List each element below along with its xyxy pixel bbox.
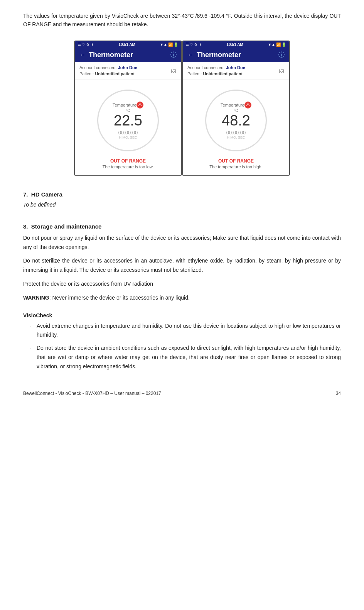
section8-heading: 8. Storage and maintenance [23, 223, 341, 230]
left-status-icons-left: ☰ ♡ ✿ 🌡 [78, 42, 94, 46]
right-out-of-range: OUT OF RANGE [218, 158, 254, 164]
section7-title: HD Camera [31, 191, 62, 198]
left-time-text: 10:51 AM [118, 42, 135, 47]
right-status-icon1: ☰ [186, 42, 189, 46]
bullet-list: Avoid extreme changes in temperature and… [37, 322, 341, 371]
right-time-text: 10:51 AM [226, 42, 243, 47]
section8-title: Storage and maintenance [31, 223, 102, 230]
right-screenshot: ☰ ♡ ✿ 🌡 10:51 AM ▼▲ 📶 🔋 ← Thermometer ⓘ [182, 41, 290, 176]
right-status-icon2: ♡ [190, 42, 193, 46]
section7-number: 7. [23, 191, 28, 198]
page-number: 34 [336, 391, 341, 396]
left-gauge-circle: Temperature ⚠ °C 22.5 00:00:00 H MO. SEC [97, 90, 159, 151]
left-wifi-icon: 📶 [168, 42, 173, 47]
right-signal-icon: ▼▲ [268, 42, 275, 47]
right-header-title: Thermometer [197, 51, 241, 59]
left-out-of-range-desc: The temperature is too low. [103, 164, 154, 169]
right-patient-label: Patient: [187, 71, 202, 76]
left-warning-icon: ⚠ [136, 102, 143, 108]
section8-para2: Do not sterilize the device or its acces… [23, 256, 341, 275]
right-status-time: 10:51 AM [226, 42, 243, 47]
section7-content: To be defined [23, 202, 341, 208]
left-patient-name: Unidentified patient [95, 71, 135, 76]
left-thermometer-status-icon: 🌡 [91, 42, 94, 46]
section7-heading: 7. HD Camera [23, 191, 341, 198]
right-gauge-circle: Temperature ⚠ °C 48.2 00:00:00 H MO. SEC [205, 90, 267, 151]
right-account-label: Account connected: [187, 65, 225, 70]
right-info-icon[interactable]: ⓘ [278, 51, 285, 59]
right-status-network: ▼▲ 📶 🔋 [268, 42, 286, 47]
right-wifi-icon: 📶 [276, 42, 281, 47]
left-back-arrow-icon[interactable]: ← [79, 51, 86, 58]
right-status-icons-left: ☰ ♡ ✿ 🌡 [186, 42, 202, 46]
list-item-0: Avoid extreme changes in temperature and… [37, 322, 341, 340]
right-account-name: John Doe [226, 65, 245, 70]
left-status-icon2: ♡ [82, 42, 85, 46]
left-folder-icon[interactable]: 🗂 [170, 67, 177, 74]
left-time-value: 00:00:00 [118, 130, 138, 136]
left-screenshot: ☰ ♡ ✿ 🌡 10:51 AM ▼▲ 📶 🔋 ← Thermometer ⓘ [74, 41, 182, 176]
right-gauge: Temperature ⚠ °C 48.2 00:00:00 H MO. SEC [205, 90, 267, 151]
right-back-arrow-icon[interactable]: ← [187, 51, 194, 58]
right-header: ← Thermometer ⓘ [183, 48, 289, 62]
right-time-format: H MO. SEC [227, 136, 245, 139]
right-temp-label: Temperature [221, 103, 244, 107]
left-account-line: Account connected: John Doe [79, 64, 137, 71]
right-time-value: 00:00:00 [226, 130, 246, 136]
right-account-text: Account connected: John Doe Patient: Uni… [187, 64, 245, 77]
right-temp-label-row: Temperature ⚠ [221, 102, 251, 108]
left-temp-label-row: Temperature ⚠ [113, 102, 143, 108]
left-signal-icon: ▼▲ [160, 42, 167, 47]
right-warning-icon: ⚠ [244, 102, 251, 108]
right-patient-name: Unidentified patient [203, 71, 243, 76]
right-patient-line: Patient: Unidentified patient [187, 71, 245, 77]
left-header-left: ← Thermometer [79, 51, 133, 59]
left-patient-line: Patient: Unidentified patient [79, 71, 137, 77]
right-temp-value: 48.2 [222, 113, 250, 129]
right-status-bar: ☰ ♡ ✿ 🌡 10:51 AM ▼▲ 📶 🔋 [183, 41, 289, 48]
left-info-icon[interactable]: ⓘ [170, 51, 177, 59]
left-account-name: John Doe [118, 65, 137, 70]
right-folder-icon[interactable]: 🗂 [278, 67, 285, 74]
left-header-title: Thermometer [89, 51, 133, 59]
left-status-time: 10:51 AM [118, 42, 135, 47]
section8-warning: WARNING: Never immerse the device or its… [23, 293, 341, 303]
footer: BewellConnect - VisioCheck - BW-X07HD – … [23, 387, 341, 396]
footer-text: BewellConnect - VisioCheck - BW-X07HD – … [23, 391, 161, 396]
right-account-line: Account connected: John Doe [187, 64, 245, 71]
left-temp-value: 22.5 [114, 113, 142, 129]
left-battery-icon: 🔋 [174, 42, 178, 47]
right-thermometer-status-icon: 🌡 [199, 42, 202, 46]
right-main: Temperature ⚠ °C 48.2 00:00:00 H MO. SEC… [183, 80, 289, 175]
left-temp-label: Temperature [113, 103, 136, 107]
list-item-1: Do not store the device in ambient condi… [37, 344, 341, 371]
warning-text: : Never immerse the device or its access… [49, 295, 190, 301]
section8-para3: Protect the device or its accessories fr… [23, 280, 341, 289]
left-gauge: Temperature ⚠ °C 22.5 00:00:00 H MO. SEC [97, 90, 159, 151]
subsection-title: VisioCheck [23, 312, 341, 319]
right-status-icon3: ✿ [194, 42, 197, 46]
left-time-format: H MO. SEC [119, 136, 137, 139]
left-status-network: ▼▲ 📶 🔋 [160, 42, 178, 47]
right-account-bar: Account connected: John Doe Patient: Uni… [183, 62, 289, 80]
section8-para1: Do not pour or spray any liquid on the s… [23, 234, 341, 252]
intro-paragraph: The values for temperature given by Visi… [23, 12, 341, 29]
left-header: ← Thermometer ⓘ [75, 48, 181, 62]
left-out-of-range: OUT OF RANGE [110, 158, 146, 164]
left-account-text: Account connected: John Doe Patient: Uni… [79, 64, 137, 77]
left-status-icon1: ☰ [78, 42, 81, 46]
right-out-of-range-desc: The temperature is too high. [209, 164, 263, 169]
left-main: Temperature ⚠ °C 22.5 00:00:00 H MO. SEC… [75, 80, 181, 175]
right-battery-icon: 🔋 [281, 42, 286, 47]
section8-number: 8. [23, 223, 28, 230]
left-account-bar: Account connected: John Doe Patient: Uni… [75, 62, 181, 80]
left-status-bar: ☰ ♡ ✿ 🌡 10:51 AM ▼▲ 📶 🔋 [75, 41, 181, 48]
left-status-icon3: ✿ [86, 42, 89, 46]
left-account-label: Account connected: [79, 65, 117, 70]
right-header-left: ← Thermometer [187, 51, 241, 59]
warning-prefix: WARNING [23, 295, 49, 301]
left-patient-label: Patient: [79, 71, 94, 76]
screenshots-container: ☰ ♡ ✿ 🌡 10:51 AM ▼▲ 📶 🔋 ← Thermometer ⓘ [23, 41, 341, 176]
